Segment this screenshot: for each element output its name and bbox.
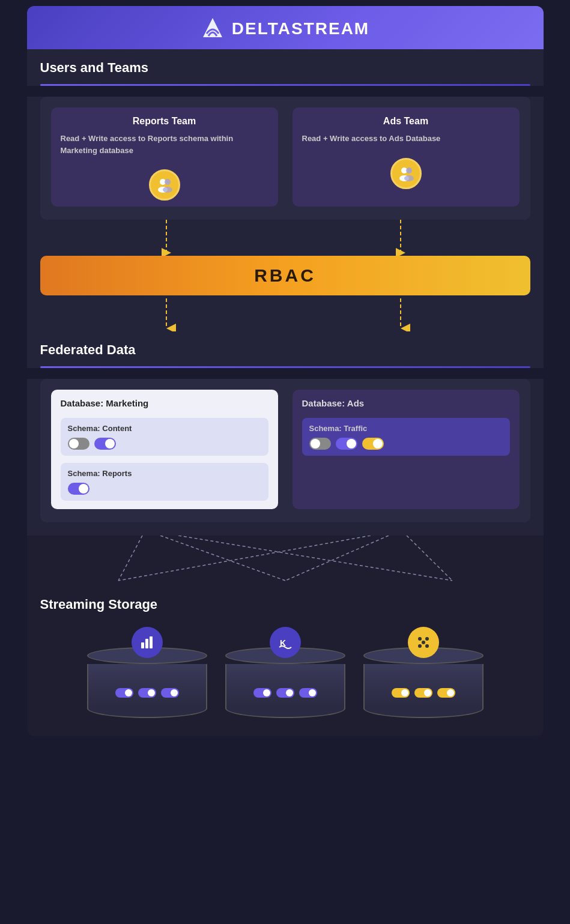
svg-line-14 xyxy=(160,536,285,581)
federated-inner: Database: Marketing Schema: Content xyxy=(40,379,530,522)
connector-top xyxy=(27,220,544,256)
drum1-knob-1 xyxy=(125,689,132,696)
schema-traffic-card: Schema: Traffic xyxy=(302,418,510,456)
toggle-content-2[interactable] xyxy=(94,438,116,450)
schema-reports-toggles xyxy=(68,483,261,495)
svg-line-13 xyxy=(118,536,142,581)
federated-section-title-area: Federated Data xyxy=(27,331,544,368)
drum1-toggle-1[interactable] xyxy=(115,688,133,698)
toggle-content-1[interactable] xyxy=(68,438,89,450)
connector-svg-streams xyxy=(40,536,530,584)
main-container: DeltaStream Users and Teams Reports Team… xyxy=(27,0,544,754)
toggle-traffic-3[interactable] xyxy=(362,438,384,450)
users-teams-title: Users and Teams xyxy=(40,60,530,76)
svg-point-26 xyxy=(425,644,429,648)
ads-team-avatar xyxy=(390,158,422,189)
rbac-bar: RBAC xyxy=(40,256,530,295)
db-marketing-card: Database: Marketing Schema: Content xyxy=(51,390,278,509)
svg-rect-20 xyxy=(145,639,148,648)
drum2-toggle-2[interactable] xyxy=(276,688,294,698)
toggle-traffic-2[interactable] xyxy=(336,438,357,450)
connector-svg-bottom xyxy=(40,295,530,331)
svg-point-4 xyxy=(163,187,172,193)
users-teams-section: Users and Teams xyxy=(27,49,544,86)
drum-confluent-badge xyxy=(408,627,439,658)
header: DeltaStream xyxy=(27,6,544,49)
rbac-wrapper: RBAC xyxy=(27,256,544,295)
teams-area: Reports Team Read + Write access to Repo… xyxy=(27,97,544,220)
schema-reports-card: Schema: Reports xyxy=(61,463,268,501)
svg-line-15 xyxy=(178,536,452,581)
svg-point-25 xyxy=(418,644,422,648)
drum-kafka: K xyxy=(225,627,345,718)
drum-confluent xyxy=(363,627,484,718)
drum2-toggle-3[interactable] xyxy=(299,688,317,698)
kafka-icon: K xyxy=(277,634,294,651)
drum2-knob-3 xyxy=(309,689,316,696)
svg-point-6 xyxy=(406,168,412,174)
drum1-knob-2 xyxy=(148,689,155,696)
rbac-title: RBAC xyxy=(254,265,316,285)
toggle-knob-t3 xyxy=(373,439,383,448)
schema-traffic-title: Schema: Traffic xyxy=(309,424,503,433)
drum2-knob-1 xyxy=(263,689,270,696)
drum1-toggle-2[interactable] xyxy=(138,688,156,698)
toggle-reports-1[interactable] xyxy=(68,483,89,495)
drum1-bottom xyxy=(87,706,207,718)
drum3-knob-2 xyxy=(424,689,431,696)
drum3-toggle-1[interactable] xyxy=(392,688,410,698)
db-ads-card: Database: Ads Schema: Traffic xyxy=(293,390,520,509)
drum2-toggles xyxy=(253,688,317,700)
streaming-title: Streaming Storage xyxy=(40,597,530,612)
svg-point-27 xyxy=(422,641,425,644)
drum2-knob-2 xyxy=(286,689,293,696)
drum3-knob-3 xyxy=(447,689,454,696)
schema-content-title: Schema: Content xyxy=(68,424,261,433)
reports-team-desc: Read + Write access to Reports schema wi… xyxy=(61,133,268,156)
drum-redshift-badge xyxy=(132,627,163,658)
toggle-traffic-1[interactable] xyxy=(309,438,331,450)
federated-divider xyxy=(40,366,530,368)
drums-row: K xyxy=(40,627,530,718)
drum3-toggles xyxy=(392,688,455,700)
schema-traffic-toggles xyxy=(309,438,503,450)
drum2-cylinder xyxy=(225,664,345,706)
databases-area: Database: Marketing Schema: Content xyxy=(27,379,544,536)
drum-redshift xyxy=(87,627,207,718)
drum3-bottom xyxy=(363,706,484,718)
svg-marker-0 xyxy=(203,18,222,37)
databases-row: Database: Marketing Schema: Content xyxy=(51,390,520,509)
chart-icon xyxy=(139,634,156,651)
reports-team-avatar xyxy=(149,169,180,201)
svg-point-8 xyxy=(404,175,414,181)
full-diagram: Users and Teams Reports Team Read + Writ… xyxy=(27,49,544,736)
drum3-toggle-2[interactable] xyxy=(414,688,432,698)
drum3-knob-1 xyxy=(401,689,408,696)
drum-kafka-badge: K xyxy=(270,627,301,658)
schema-content-toggles xyxy=(68,438,261,450)
toggle-knob-t1 xyxy=(311,439,320,448)
users-icon-ads xyxy=(396,164,416,183)
drum2-toggle-1[interactable] xyxy=(253,688,271,698)
toggle-knob-c2 xyxy=(105,439,115,448)
drum1-cylinder xyxy=(87,664,207,706)
toggle-knob-t2 xyxy=(347,439,356,448)
connector-bottom xyxy=(27,295,544,331)
toggle-knob-c1 xyxy=(69,439,79,448)
drum1-toggle-3[interactable] xyxy=(161,688,179,698)
drum2-bottom xyxy=(225,706,345,718)
svg-rect-19 xyxy=(141,642,144,648)
ads-team-title: Ads Team xyxy=(302,116,510,127)
svg-line-17 xyxy=(285,536,389,581)
db-marketing-title: Database: Marketing xyxy=(61,398,268,408)
ads-team-desc: Read + Write access to Ads Database xyxy=(302,133,441,145)
teams-section: Reports Team Read + Write access to Repo… xyxy=(40,97,530,220)
drum3-cylinder xyxy=(363,664,484,706)
connector-svg-top xyxy=(40,220,530,256)
teams-row: Reports Team Read + Write access to Repo… xyxy=(51,107,520,207)
reports-team-card: Reports Team Read + Write access to Repo… xyxy=(51,107,278,207)
federated-title: Federated Data xyxy=(40,342,530,358)
schema-content-card: Schema: Content xyxy=(61,418,268,456)
drum3-toggle-3[interactable] xyxy=(437,688,455,698)
reports-team-title: Reports Team xyxy=(61,116,268,127)
